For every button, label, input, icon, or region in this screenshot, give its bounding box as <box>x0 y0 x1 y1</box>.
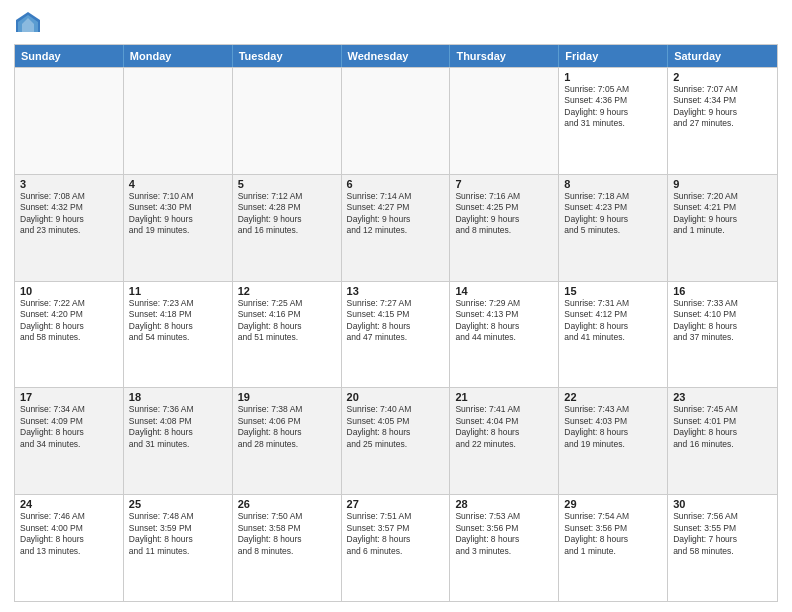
calendar-row-1: 3Sunrise: 7:08 AM Sunset: 4:32 PM Daylig… <box>15 174 777 281</box>
day-info: Sunrise: 7:22 AM Sunset: 4:20 PM Dayligh… <box>20 298 118 344</box>
calendar: SundayMondayTuesdayWednesdayThursdayFrid… <box>14 44 778 602</box>
page-header <box>14 10 778 38</box>
day-number: 15 <box>564 285 662 297</box>
day-info: Sunrise: 7:07 AM Sunset: 4:34 PM Dayligh… <box>673 84 772 130</box>
weekday-header-saturday: Saturday <box>668 45 777 67</box>
calendar-cell: 9Sunrise: 7:20 AM Sunset: 4:21 PM Daylig… <box>668 175 777 281</box>
day-info: Sunrise: 7:20 AM Sunset: 4:21 PM Dayligh… <box>673 191 772 237</box>
day-info: Sunrise: 7:38 AM Sunset: 4:06 PM Dayligh… <box>238 404 336 450</box>
day-info: Sunrise: 7:41 AM Sunset: 4:04 PM Dayligh… <box>455 404 553 450</box>
weekday-header-tuesday: Tuesday <box>233 45 342 67</box>
day-info: Sunrise: 7:51 AM Sunset: 3:57 PM Dayligh… <box>347 511 445 557</box>
calendar-row-0: 1Sunrise: 7:05 AM Sunset: 4:36 PM Daylig… <box>15 67 777 174</box>
calendar-cell <box>15 68 124 174</box>
day-number: 13 <box>347 285 445 297</box>
day-number: 26 <box>238 498 336 510</box>
day-info: Sunrise: 7:33 AM Sunset: 4:10 PM Dayligh… <box>673 298 772 344</box>
calendar-cell: 14Sunrise: 7:29 AM Sunset: 4:13 PM Dayli… <box>450 282 559 388</box>
calendar-cell: 2Sunrise: 7:07 AM Sunset: 4:34 PM Daylig… <box>668 68 777 174</box>
calendar-cell: 23Sunrise: 7:45 AM Sunset: 4:01 PM Dayli… <box>668 388 777 494</box>
day-number: 28 <box>455 498 553 510</box>
day-number: 12 <box>238 285 336 297</box>
calendar-cell: 25Sunrise: 7:48 AM Sunset: 3:59 PM Dayli… <box>124 495 233 601</box>
day-info: Sunrise: 7:46 AM Sunset: 4:00 PM Dayligh… <box>20 511 118 557</box>
calendar-cell: 30Sunrise: 7:56 AM Sunset: 3:55 PM Dayli… <box>668 495 777 601</box>
day-number: 10 <box>20 285 118 297</box>
day-info: Sunrise: 7:16 AM Sunset: 4:25 PM Dayligh… <box>455 191 553 237</box>
day-number: 14 <box>455 285 553 297</box>
day-info: Sunrise: 7:56 AM Sunset: 3:55 PM Dayligh… <box>673 511 772 557</box>
calendar-cell: 4Sunrise: 7:10 AM Sunset: 4:30 PM Daylig… <box>124 175 233 281</box>
calendar-cell: 6Sunrise: 7:14 AM Sunset: 4:27 PM Daylig… <box>342 175 451 281</box>
weekday-header-friday: Friday <box>559 45 668 67</box>
day-info: Sunrise: 7:08 AM Sunset: 4:32 PM Dayligh… <box>20 191 118 237</box>
calendar-cell: 19Sunrise: 7:38 AM Sunset: 4:06 PM Dayli… <box>233 388 342 494</box>
calendar-cell: 18Sunrise: 7:36 AM Sunset: 4:08 PM Dayli… <box>124 388 233 494</box>
day-number: 25 <box>129 498 227 510</box>
day-info: Sunrise: 7:29 AM Sunset: 4:13 PM Dayligh… <box>455 298 553 344</box>
logo-icon <box>14 10 42 38</box>
day-number: 24 <box>20 498 118 510</box>
weekday-header-monday: Monday <box>124 45 233 67</box>
day-info: Sunrise: 7:53 AM Sunset: 3:56 PM Dayligh… <box>455 511 553 557</box>
calendar-cell <box>233 68 342 174</box>
calendar-cell: 3Sunrise: 7:08 AM Sunset: 4:32 PM Daylig… <box>15 175 124 281</box>
day-number: 21 <box>455 391 553 403</box>
weekday-header-thursday: Thursday <box>450 45 559 67</box>
calendar-cell: 12Sunrise: 7:25 AM Sunset: 4:16 PM Dayli… <box>233 282 342 388</box>
calendar-cell: 28Sunrise: 7:53 AM Sunset: 3:56 PM Dayli… <box>450 495 559 601</box>
day-number: 20 <box>347 391 445 403</box>
calendar-cell: 1Sunrise: 7:05 AM Sunset: 4:36 PM Daylig… <box>559 68 668 174</box>
day-info: Sunrise: 7:43 AM Sunset: 4:03 PM Dayligh… <box>564 404 662 450</box>
day-info: Sunrise: 7:23 AM Sunset: 4:18 PM Dayligh… <box>129 298 227 344</box>
day-info: Sunrise: 7:34 AM Sunset: 4:09 PM Dayligh… <box>20 404 118 450</box>
calendar-cell: 24Sunrise: 7:46 AM Sunset: 4:00 PM Dayli… <box>15 495 124 601</box>
day-number: 6 <box>347 178 445 190</box>
calendar-cell: 26Sunrise: 7:50 AM Sunset: 3:58 PM Dayli… <box>233 495 342 601</box>
day-number: 9 <box>673 178 772 190</box>
day-number: 30 <box>673 498 772 510</box>
day-info: Sunrise: 7:40 AM Sunset: 4:05 PM Dayligh… <box>347 404 445 450</box>
calendar-row-2: 10Sunrise: 7:22 AM Sunset: 4:20 PM Dayli… <box>15 281 777 388</box>
calendar-cell: 10Sunrise: 7:22 AM Sunset: 4:20 PM Dayli… <box>15 282 124 388</box>
day-number: 3 <box>20 178 118 190</box>
calendar-row-4: 24Sunrise: 7:46 AM Sunset: 4:00 PM Dayli… <box>15 494 777 601</box>
day-info: Sunrise: 7:25 AM Sunset: 4:16 PM Dayligh… <box>238 298 336 344</box>
day-number: 22 <box>564 391 662 403</box>
day-info: Sunrise: 7:50 AM Sunset: 3:58 PM Dayligh… <box>238 511 336 557</box>
day-info: Sunrise: 7:45 AM Sunset: 4:01 PM Dayligh… <box>673 404 772 450</box>
calendar-cell: 15Sunrise: 7:31 AM Sunset: 4:12 PM Dayli… <box>559 282 668 388</box>
weekday-header-wednesday: Wednesday <box>342 45 451 67</box>
calendar-cell: 13Sunrise: 7:27 AM Sunset: 4:15 PM Dayli… <box>342 282 451 388</box>
day-number: 7 <box>455 178 553 190</box>
calendar-cell: 17Sunrise: 7:34 AM Sunset: 4:09 PM Dayli… <box>15 388 124 494</box>
day-info: Sunrise: 7:27 AM Sunset: 4:15 PM Dayligh… <box>347 298 445 344</box>
day-number: 4 <box>129 178 227 190</box>
logo <box>14 10 46 38</box>
day-number: 17 <box>20 391 118 403</box>
day-number: 27 <box>347 498 445 510</box>
day-number: 23 <box>673 391 772 403</box>
calendar-header: SundayMondayTuesdayWednesdayThursdayFrid… <box>15 45 777 67</box>
day-info: Sunrise: 7:12 AM Sunset: 4:28 PM Dayligh… <box>238 191 336 237</box>
day-number: 11 <box>129 285 227 297</box>
calendar-cell: 29Sunrise: 7:54 AM Sunset: 3:56 PM Dayli… <box>559 495 668 601</box>
calendar-body: 1Sunrise: 7:05 AM Sunset: 4:36 PM Daylig… <box>15 67 777 601</box>
calendar-cell: 20Sunrise: 7:40 AM Sunset: 4:05 PM Dayli… <box>342 388 451 494</box>
calendar-cell <box>450 68 559 174</box>
day-number: 19 <box>238 391 336 403</box>
weekday-header-sunday: Sunday <box>15 45 124 67</box>
day-info: Sunrise: 7:36 AM Sunset: 4:08 PM Dayligh… <box>129 404 227 450</box>
day-number: 16 <box>673 285 772 297</box>
calendar-cell: 11Sunrise: 7:23 AM Sunset: 4:18 PM Dayli… <box>124 282 233 388</box>
calendar-cell: 7Sunrise: 7:16 AM Sunset: 4:25 PM Daylig… <box>450 175 559 281</box>
day-info: Sunrise: 7:10 AM Sunset: 4:30 PM Dayligh… <box>129 191 227 237</box>
day-number: 29 <box>564 498 662 510</box>
calendar-cell <box>124 68 233 174</box>
calendar-cell: 16Sunrise: 7:33 AM Sunset: 4:10 PM Dayli… <box>668 282 777 388</box>
day-info: Sunrise: 7:05 AM Sunset: 4:36 PM Dayligh… <box>564 84 662 130</box>
day-number: 2 <box>673 71 772 83</box>
day-number: 18 <box>129 391 227 403</box>
calendar-cell <box>342 68 451 174</box>
calendar-cell: 5Sunrise: 7:12 AM Sunset: 4:28 PM Daylig… <box>233 175 342 281</box>
